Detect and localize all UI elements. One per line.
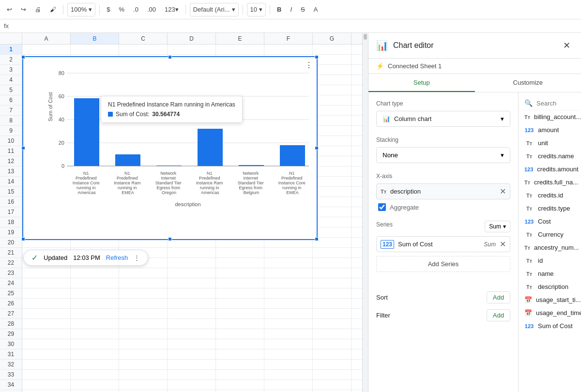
field-item-10[interactable]: Tтancestry_num... [519,241,581,254]
grid-cell[interactable] [216,380,264,390]
grid-cell[interactable] [216,349,264,359]
grid-cell[interactable] [264,339,313,349]
row-num-30[interactable]: 30 [0,339,22,349]
grid-cell[interactable] [313,258,352,268]
row-num-15[interactable]: 15 [0,187,22,196]
text-color-button[interactable]: A [311,4,321,15]
grid-cell[interactable] [216,370,264,379]
grid-cell[interactable] [168,288,216,298]
grid-cell[interactable] [168,268,216,278]
grid-cell[interactable] [313,248,352,257]
grid-cell[interactable] [119,349,168,359]
field-item-14[interactable]: 📅usage_start_ti... [519,293,581,306]
row-num-7[interactable]: 7 [0,106,22,115]
grid-cell[interactable] [22,380,71,390]
grid-cell[interactable] [313,197,352,207]
grid-cell[interactable] [313,380,352,390]
bar-3[interactable] [156,166,182,166]
field-item-5[interactable]: Tтcredits.full_na... [519,176,581,189]
row-num-13[interactable]: 13 [0,166,22,176]
number-format-button[interactable]: 123▾ [162,4,182,15]
grid-cell[interactable] [313,370,352,379]
grid-cell[interactable] [119,360,168,369]
grid-cell[interactable] [313,227,352,237]
close-panel-button[interactable]: ✕ [560,39,573,52]
grid-cell[interactable] [119,309,168,318]
row-num-12[interactable]: 12 [0,156,22,166]
undo-button[interactable]: ↩ [4,4,15,15]
row-num-35[interactable]: 35 [0,390,22,392]
aggregate-checkbox[interactable] [378,203,386,211]
col-header-d[interactable]: D [168,33,216,44]
field-item-1[interactable]: 123amount [519,123,581,136]
grid-cell[interactable] [71,319,119,329]
grid-cell[interactable] [313,360,352,369]
grid-cell[interactable] [22,349,71,359]
field-item-2[interactable]: Tтunit [519,136,581,150]
grid-cell[interactable] [313,106,352,115]
grid-cell[interactable] [168,339,216,349]
row-num-4[interactable]: 4 [0,75,22,85]
grid-cell[interactable] [71,299,119,308]
grid-cell[interactable] [264,360,313,369]
grid-cell[interactable] [22,339,71,349]
grid-cell[interactable] [216,299,264,308]
row-num-31[interactable]: 31 [0,349,22,359]
grid-cell[interactable] [313,268,352,278]
row-num-14[interactable]: 14 [0,177,22,186]
grid-cell[interactable] [168,319,216,329]
status-more-button[interactable]: ⋮ [134,254,140,261]
font-size-dropdown[interactable]: 10 ▾ [247,3,266,16]
grid-cell[interactable] [22,299,71,308]
tab-customize[interactable]: Customize [475,74,581,92]
col-header-a[interactable]: A [22,33,71,44]
grid-cell[interactable] [216,268,264,278]
field-item-15[interactable]: 📅usage_end_time [519,306,581,319]
grid-cell[interactable] [22,360,71,369]
field-item-3[interactable]: Tтcredits.name [519,150,581,163]
grid-cell[interactable] [313,288,352,298]
grid-cell[interactable] [313,95,352,105]
grid-cell[interactable] [216,390,264,392]
add-series-button[interactable]: Add Series [376,256,510,272]
strikethrough-button[interactable]: S [298,4,308,15]
field-item-12[interactable]: Tтname [519,267,581,280]
grid-cell[interactable] [313,299,352,308]
bold-button[interactable]: B [274,4,284,15]
series-remove-button-0[interactable]: ✕ [500,240,506,249]
grid-cell[interactable] [71,380,119,390]
grid-cell[interactable] [313,55,352,64]
grid-cell[interactable] [168,380,216,390]
grid-cell[interactable] [71,309,119,318]
col-header-b[interactable]: B [71,33,119,44]
grid-cell[interactable] [313,45,352,54]
grid-cell[interactable] [216,278,264,288]
row-num-8[interactable]: 8 [0,116,22,125]
row-num-5[interactable]: 5 [0,85,22,95]
row-num-11[interactable]: 11 [0,146,22,156]
grid-cell[interactable] [71,45,119,54]
grid-cell[interactable] [22,319,71,329]
grid-cell[interactable] [313,217,352,227]
row-num-29[interactable]: 29 [0,329,22,339]
print-button[interactable]: 🖨 [32,4,44,15]
bar-6[interactable] [280,145,305,166]
redo-button[interactable]: ↪ [18,4,29,15]
row-num-21[interactable]: 21 [0,248,22,257]
grid-cell[interactable] [119,45,168,54]
grid-cell[interactable] [71,349,119,359]
bar-1[interactable] [74,98,99,166]
scrollbar-right[interactable] [362,33,368,392]
field-item-0[interactable]: Tтbilling_account... [519,110,581,123]
grid-cell[interactable] [168,349,216,359]
grid-cell[interactable] [216,339,264,349]
grid-cell[interactable] [313,85,352,95]
grid-cell[interactable] [168,299,216,308]
grid-cell[interactable] [22,329,71,339]
grid-cell[interactable] [264,329,313,339]
grid-cell[interactable] [216,329,264,339]
grid-cell[interactable] [71,370,119,379]
field-item-7[interactable]: Tтcredits.type [519,202,581,215]
grid-cell[interactable] [119,288,168,298]
row-num-17[interactable]: 17 [0,207,22,217]
